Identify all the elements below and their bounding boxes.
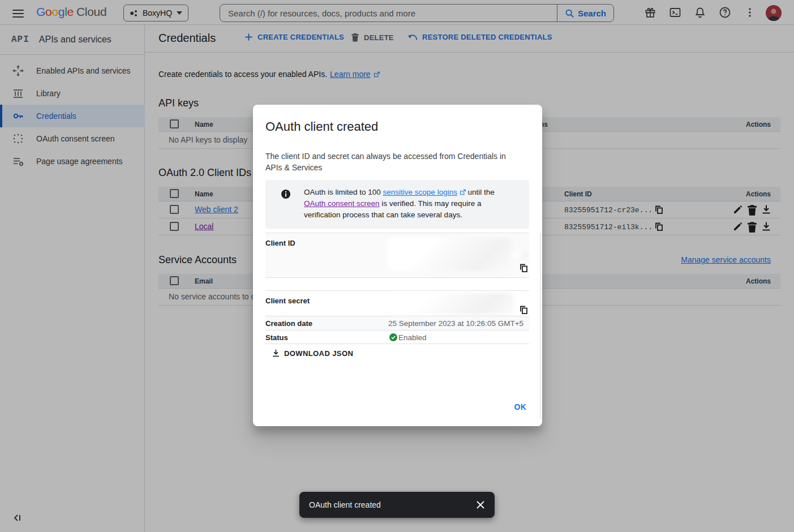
download-icon (272, 349, 280, 358)
creation-date-value: 25 September 2023 at 10:26:05 GMT+5 (388, 319, 523, 328)
notice-pre: OAuth is limited to 100 (304, 188, 383, 196)
oauth-consent-screen-link[interactable]: OAuth consent screen (304, 199, 380, 208)
status-check-icon (389, 333, 397, 341)
client-id-redacted-value (512, 251, 529, 259)
dialog-scrollbar[interactable] (540, 233, 540, 419)
copy-client-secret-icon[interactable] (520, 306, 528, 314)
status-row: Status Enabled (265, 331, 529, 344)
notice-text: OAuth is limited to 100 sensitive scope … (304, 187, 518, 221)
sensitive-scope-logins-link[interactable]: sensitive scope logins (383, 188, 457, 196)
external-link-icon (460, 189, 466, 195)
notice-mid: until the (466, 188, 495, 196)
client-id-row: Client ID (265, 233, 529, 278)
client-id-redacted-value (387, 238, 512, 271)
download-json-button[interactable]: DOWNLOAD JSON (272, 349, 353, 358)
client-id-label: Client ID (265, 239, 295, 247)
status-label: Status (265, 333, 288, 342)
ok-button[interactable]: OK (514, 402, 527, 411)
client-secret-row: Client secret (265, 290, 529, 316)
creation-date-row: Creation date 25 September 2023 at 10:26… (265, 316, 529, 331)
snackbar-toast: OAuth client created (299, 492, 495, 518)
close-icon[interactable] (475, 500, 486, 510)
google-cloud-console: GoogleCloud BoxyHQ Search (0, 0, 794, 532)
client-secret-redacted-value (387, 293, 514, 315)
oauth-client-created-dialog: OAuth client created The client ID and s… (253, 105, 542, 426)
toast-message: OAuth client created (309, 500, 475, 509)
dialog-subtitle: The client ID and secret can always be a… (265, 151, 520, 173)
dialog-title: OAuth client created (265, 119, 378, 134)
oauth-limit-notice: OAuth is limited to 100 sensitive scope … (265, 180, 529, 229)
download-json-label: DOWNLOAD JSON (284, 349, 353, 358)
client-secret-label: Client secret (265, 297, 310, 305)
status-value: Enabled (398, 333, 427, 342)
info-icon (281, 189, 291, 199)
creation-date-label: Creation date (265, 319, 312, 328)
copy-client-id-icon[interactable] (520, 264, 528, 272)
